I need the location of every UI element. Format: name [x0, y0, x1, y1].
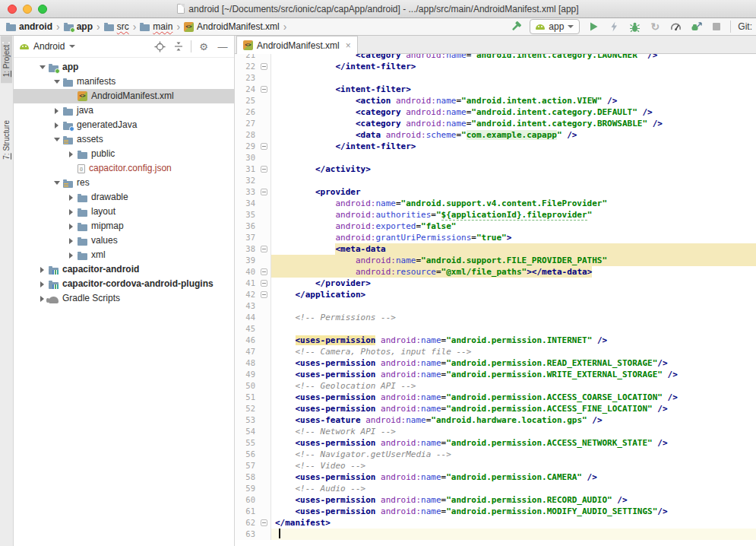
- tree-item-androidmanifest-xml[interactable]: AndroidManifest.xml: [14, 89, 234, 103]
- code-line-34[interactable]: 34 android:name="android.support.v4.cont…: [235, 198, 756, 209]
- code-line-27[interactable]: 27 <category android:name="android.inten…: [235, 118, 756, 129]
- project-view-selector[interactable]: Android: [20, 41, 75, 52]
- tree-item-layout[interactable]: layout: [14, 205, 234, 219]
- code-line-45[interactable]: 45: [235, 323, 756, 335]
- lightning-icon[interactable]: [607, 20, 621, 33]
- breadcrumb-item-src[interactable]: src: [104, 21, 129, 32]
- code-line-41[interactable]: 41 </provider>: [235, 278, 756, 289]
- tree-item-java[interactable]: java: [14, 103, 234, 118]
- fold-marker-icon[interactable]: [261, 143, 267, 150]
- run-configuration-select[interactable]: app: [530, 19, 580, 34]
- profiler-gauge-icon[interactable]: [669, 20, 682, 33]
- code-line-50[interactable]: 50 <!-- Geolocation API -->: [235, 380, 756, 392]
- fold-marker-icon[interactable]: [261, 280, 267, 287]
- fold-marker-icon[interactable]: [261, 246, 267, 252]
- code-line-54[interactable]: 54 <!-- Network API -->: [235, 426, 756, 437]
- code-line-37[interactable]: 37 android:grantUriPermissions="true">: [235, 232, 756, 243]
- collapsed-arrow-icon[interactable]: [37, 281, 47, 287]
- code-line-21[interactable]: 21 <category android:name="android.inten…: [235, 54, 756, 61]
- code-line-47[interactable]: 47 <!-- Camera, Photos, input file -->: [235, 346, 756, 357]
- collapsed-arrow-icon[interactable]: [66, 224, 76, 230]
- code-line-22[interactable]: 22 </intent-filter>: [235, 61, 756, 72]
- code-line-23[interactable]: 23: [235, 72, 756, 84]
- fold-marker-icon[interactable]: [261, 291, 267, 298]
- breadcrumb-item-android[interactable]: android: [6, 21, 52, 32]
- code-line-24[interactable]: 24 <intent-filter>: [235, 84, 756, 95]
- code-line-36[interactable]: 36 android:exported="false": [235, 221, 756, 232]
- fold-marker-icon[interactable]: [261, 86, 267, 93]
- fold-marker-icon[interactable]: [261, 189, 267, 195]
- collapsed-arrow-icon[interactable]: [37, 267, 47, 273]
- code-line-49[interactable]: 49 <uses-permission android:name="androi…: [235, 369, 756, 380]
- tool-window-tab-structure[interactable]: 7: Structure: [1, 103, 12, 166]
- close-tab-icon[interactable]: ×: [346, 40, 351, 51]
- locate-file-icon[interactable]: [153, 40, 166, 53]
- code-line-46[interactable]: 46 <uses-permission android:name="androi…: [235, 335, 756, 346]
- fold-marker-icon[interactable]: [261, 166, 267, 173]
- code-line-25[interactable]: 25 <action android:name="android.intent.…: [235, 95, 756, 106]
- collapsed-arrow-icon[interactable]: [66, 151, 76, 157]
- code-line-48[interactable]: 48 <uses-permission android:name="androi…: [235, 357, 756, 369]
- code-line-58[interactable]: 58 <uses-permission android:name="androi…: [235, 471, 756, 483]
- tree-item-generatedjava[interactable]: generatedJava: [14, 118, 234, 132]
- tree-item-gradle-scripts[interactable]: Gradle Scripts: [14, 291, 234, 306]
- collapsed-arrow-icon[interactable]: [66, 238, 76, 244]
- code-line-56[interactable]: 56 <!-- Navigator.getUserMedia -->: [235, 449, 756, 460]
- code-line-57[interactable]: 57 <!-- Video -->: [235, 460, 756, 471]
- tree-item-app[interactable]: app: [14, 60, 234, 75]
- code-line-42[interactable]: 42 </application>: [235, 289, 756, 300]
- attach-debugger-icon[interactable]: [689, 20, 703, 33]
- collapsed-arrow-icon[interactable]: [66, 195, 76, 201]
- code-line-26[interactable]: 26 <category android:name="android.inten…: [235, 106, 756, 118]
- editor-tab-androidmanifest[interactable]: AndroidManifest.xml ×: [236, 36, 358, 54]
- tree-item-manifests[interactable]: manifests: [14, 75, 234, 89]
- code-line-61[interactable]: 61 <uses-permission android:name="androi…: [235, 506, 756, 517]
- collapsed-arrow-icon[interactable]: [66, 252, 76, 259]
- stop-button[interactable]: [710, 20, 723, 33]
- run-button[interactable]: [587, 20, 600, 33]
- tree-item-xml[interactable]: xml: [14, 248, 234, 262]
- code-line-29[interactable]: 29 </intent-filter>: [235, 141, 756, 152]
- collapsed-arrow-icon[interactable]: [66, 209, 76, 215]
- expanded-arrow-icon[interactable]: [52, 138, 62, 141]
- code-line-38[interactable]: 38 <meta-data: [235, 243, 756, 255]
- code-line-32[interactable]: 32: [235, 175, 756, 186]
- expanded-arrow-icon[interactable]: [52, 80, 62, 84]
- code-editor[interactable]: 21 <category android:name="android.inten…: [235, 54, 756, 546]
- tree-item-capacitor-android[interactable]: capacitor-android: [14, 262, 234, 277]
- collapse-all-icon[interactable]: [172, 40, 185, 53]
- expanded-arrow-icon[interactable]: [37, 65, 47, 69]
- code-line-44[interactable]: 44 <!-- Permissions -->: [235, 312, 756, 323]
- code-line-52[interactable]: 52 <uses-permission android:name="androi…: [235, 403, 756, 414]
- code-line-39[interactable]: 39 android:name="android.support.FILE_PR…: [235, 255, 756, 266]
- breadcrumb-item-app[interactable]: app: [64, 21, 93, 32]
- code-line-62[interactable]: 62</manifest>: [235, 517, 756, 529]
- code-line-31[interactable]: 31 </activity>: [235, 163, 756, 175]
- code-line-60[interactable]: 60 <uses-permission android:name="androi…: [235, 494, 756, 506]
- tree-item-values[interactable]: values: [14, 233, 234, 248]
- tree-item-mipmap[interactable]: mipmap: [14, 219, 234, 233]
- code-line-40[interactable]: 40 android:resource="@xml/file_paths"></…: [235, 266, 756, 278]
- code-line-28[interactable]: 28 <data android:scheme="com.example.cap…: [235, 129, 756, 141]
- build-hammer-icon[interactable]: [509, 20, 523, 33]
- fold-marker-icon[interactable]: [261, 63, 267, 70]
- collapsed-arrow-icon[interactable]: [52, 108, 62, 114]
- hide-panel-icon[interactable]: —: [216, 40, 229, 53]
- fold-marker-icon[interactable]: [261, 519, 267, 526]
- code-line-33[interactable]: 33 <provider: [235, 186, 756, 198]
- apply-changes-icon[interactable]: ↻: [648, 20, 662, 33]
- debug-bug-icon[interactable]: [628, 20, 641, 33]
- breadcrumb-item-androidmanifest-xml[interactable]: AndroidManifest.xml: [184, 21, 280, 32]
- tree-item-drawable[interactable]: drawable: [14, 190, 234, 205]
- expanded-arrow-icon[interactable]: [52, 181, 62, 185]
- tree-item-capacitor-config-json[interactable]: capacitor.config.json: [14, 161, 234, 176]
- settings-gear-icon[interactable]: ⚙: [197, 40, 210, 53]
- code-line-55[interactable]: 55 <uses-permission android:name="androi…: [235, 437, 756, 449]
- collapsed-arrow-icon[interactable]: [52, 122, 62, 129]
- code-line-30[interactable]: 30: [235, 152, 756, 163]
- tree-item-public[interactable]: public: [14, 147, 234, 161]
- code-line-59[interactable]: 59 <!-- Audio -->: [235, 483, 756, 494]
- code-line-63[interactable]: 63: [235, 529, 756, 540]
- tree-item-res[interactable]: res: [14, 176, 234, 190]
- fold-marker-icon[interactable]: [261, 268, 267, 275]
